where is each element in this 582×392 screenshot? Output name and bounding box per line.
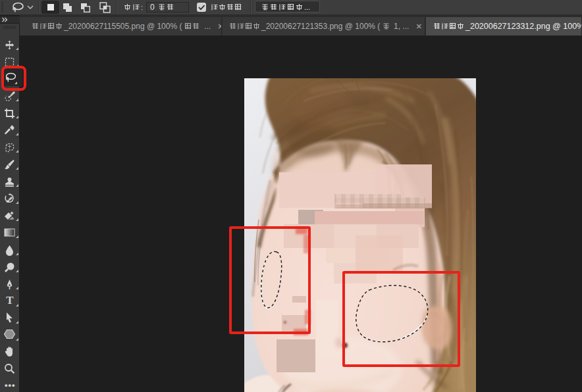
svg-text::: :	[141, 3, 143, 11]
svg-text:...: ...	[304, 3, 310, 11]
